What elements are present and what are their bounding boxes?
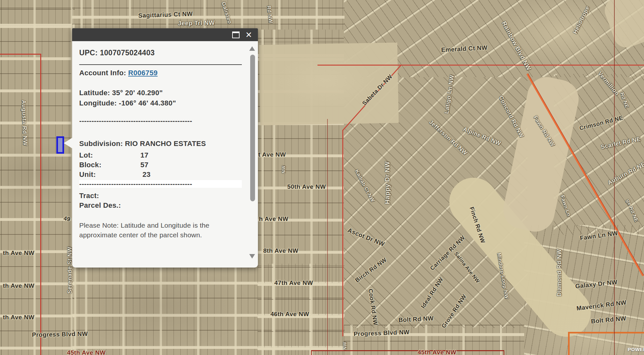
scroll-down-icon[interactable]: [249, 254, 255, 259]
boundary-line-darkred: [311, 350, 312, 355]
boundary-line-red: [0, 54, 41, 55]
separator-dashes: ----------------------------------------…: [79, 117, 242, 125]
longitude-value: -106° 46' 44.380": [119, 99, 176, 107]
upc-value: 1007075024403: [100, 49, 155, 57]
popup-titlebar[interactable]: ✕: [72, 28, 258, 41]
boundary-line-red: [40, 54, 41, 355]
unit-value: 23: [142, 170, 150, 178]
desert-patch: [259, 42, 399, 125]
boundary-line-darkred: [504, 350, 504, 355]
account-link[interactable]: R006759: [128, 69, 157, 77]
boundary-line-orange: [568, 332, 570, 355]
tract-row: Tract:: [79, 191, 240, 201]
scrollbar-thumb[interactable]: [250, 55, 255, 201]
account-row: Account Info: R006759: [79, 69, 240, 77]
selected-parcel-highlight[interactable]: [56, 136, 64, 154]
upc-label: UPC:: [79, 49, 98, 57]
upc-row: UPC: 1007075024403: [79, 49, 240, 57]
boundary-line-darkred: [311, 350, 504, 351]
latitude-row: Latitude: 35° 20' 40.290": [79, 89, 240, 97]
boundary-line-red: [342, 130, 343, 336]
block-label: Block:: [79, 160, 140, 170]
lot-label: Lot:: [79, 150, 140, 160]
boundary-line-darkred: [327, 119, 328, 355]
parcel-info-popup: ✕ UPC: 1007075024403 Account Info: R0067…: [72, 28, 258, 268]
unit-row: Unit: 23: [79, 170, 240, 179]
unit-label: Unit:: [79, 170, 140, 179]
account-label: Account Info:: [79, 69, 126, 77]
block-value: 57: [140, 161, 148, 169]
subdivision-label: Subdivision:: [79, 140, 123, 148]
separator-dashes: ----------------------------------------…: [79, 180, 242, 188]
block-row: Block:57: [79, 160, 240, 170]
boundary-line-darkred: [614, 0, 615, 355]
longitude-label: Longitude:: [79, 99, 117, 107]
lot-value: 17: [140, 151, 148, 159]
maximize-icon[interactable]: [232, 32, 240, 38]
parcel-grid: [72, 0, 345, 30]
note-text: Please Note: Latitude and Longitude is t…: [79, 221, 211, 240]
parcel-des-row: Parcel Des.:: [79, 201, 240, 210]
longitude-row: Longitude: -106° 46' 44.380": [79, 99, 240, 107]
subdivision-row: Subdivision: RIO RANCHO ESTATES: [79, 140, 240, 148]
latitude-value: 35° 20' 40.290": [112, 89, 163, 97]
latitude-label: Latitude:: [79, 89, 110, 97]
scroll-up-icon[interactable]: [249, 46, 255, 51]
map-canvas[interactable]: Sagittarius Ct NWJeep Trl NWGalisteoRd N…: [0, 0, 644, 355]
popup-body: UPC: 1007075024403 Account Info: R006759…: [72, 49, 258, 240]
close-icon[interactable]: ✕: [245, 31, 252, 39]
popup-callout-arrow: [64, 138, 72, 149]
tract-label: Tract:: [79, 192, 99, 200]
parcel-grid: [0, 0, 75, 355]
boundary-line-orange: [568, 332, 644, 333]
parcel-des-label: Parcel Des.:: [79, 201, 121, 209]
subdivision-value: RIO RANCHO ESTATES: [125, 140, 206, 148]
boundary-line-red: [317, 65, 644, 66]
divider-line: [79, 64, 242, 65]
lot-row: Lot:17: [79, 150, 240, 160]
